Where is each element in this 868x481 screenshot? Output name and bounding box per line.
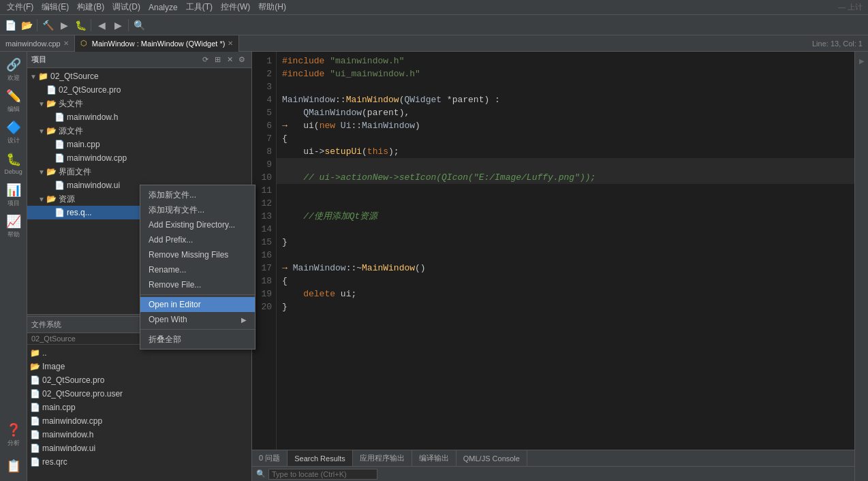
sources-icon: 📂	[46, 126, 57, 136]
project-icon: 📁	[38, 72, 48, 81]
sidebar-item-design-label: 设计	[7, 136, 20, 145]
fs-item-image[interactable]: 📂 Image	[27, 360, 251, 373]
panel-close-icon[interactable]: ✕	[224, 55, 235, 65]
tree-label-main-cpp: main.cpp	[67, 140, 100, 149]
bottom-tab-compile[interactable]: 编译输出	[412, 450, 456, 467]
bottom-tab-label-problems: 0 问题	[259, 453, 280, 463]
bottom-tab-search[interactable]: Search Results	[288, 450, 353, 467]
tab-close-mainwindow-cpp[interactable]: ✕	[63, 40, 69, 47]
tree-item-headers-folder[interactable]: ▼ 📂 头文件	[27, 97, 251, 110]
panel-sync-icon[interactable]: ⟳	[200, 55, 211, 65]
sidebar-item-output[interactable]: 📋	[1, 451, 26, 481]
menu-file[interactable]: 文件(F)	[3, 0, 37, 14]
ctx-remove-missing-files[interactable]: Remove Missing Files	[140, 247, 255, 262]
toolbar-new[interactable]: 📄	[3, 18, 18, 33]
toolbar-locator[interactable]: 🔍	[131, 18, 146, 33]
tree-item-mainwindow-cpp[interactable]: 📄 mainwindow.cpp	[27, 151, 251, 165]
editor-line-col: Line: 13, Col: 1	[807, 40, 868, 48]
search-input[interactable]	[268, 469, 377, 480]
tree-item-ui-folder[interactable]: ▼ 📂 界面文件	[27, 165, 251, 179]
pro-icon: 📄	[46, 85, 57, 95]
fs-item-main-cpp[interactable]: 📄 main.cpp	[27, 401, 251, 414]
panel-filter-icon[interactable]: ⊞	[212, 55, 223, 65]
menu-controls[interactable]: 控件(W)	[217, 0, 254, 14]
toolbar-open[interactable]: 📂	[19, 18, 34, 33]
tab-mainwindow-cpp[interactable]: mainwindow.cpp ✕	[0, 35, 75, 52]
fs-item-mainwindow-cpp[interactable]: 📄 mainwindow.cpp	[27, 414, 251, 428]
fs-item-mainwindow-h[interactable]: 📄 mainwindow.h	[27, 428, 251, 441]
tree-arrow-root: ▼	[30, 73, 38, 80]
ctx-open-with[interactable]: Open With ▶	[140, 312, 255, 327]
tree-item-root[interactable]: ▼ 📁 02_QtSource	[27, 69, 251, 83]
tab-label-mainwindow-cpp: mainwindow.cpp	[5, 40, 61, 48]
menu-analyze[interactable]: Analyze	[144, 1, 182, 14]
menu-debug[interactable]: 调试(D)	[108, 0, 144, 14]
panel-settings-icon[interactable]: ⚙	[236, 55, 247, 65]
ctx-collapse-all[interactable]: 折叠全部	[140, 332, 255, 347]
toolbar-debug-run[interactable]: 🐛	[73, 18, 88, 33]
panel-header-icons: ⟳ ⊞ ✕ ⚙	[200, 55, 247, 65]
tree-item-pro[interactable]: 📄 02_QtSource.pro	[27, 83, 251, 97]
projects-icon: 📊	[6, 183, 21, 198]
ctx-open-in-editor[interactable]: Open in Editor	[140, 297, 255, 312]
sidebar-item-projects[interactable]: 📊 项目	[1, 180, 26, 210]
fs-item-mainwindow-ui[interactable]: 📄 mainwindow.ui	[27, 441, 251, 455]
tree-arrow-headers: ▼	[38, 100, 46, 108]
ctx-remove-file[interactable]: Remove File...	[140, 277, 255, 292]
sidebar-item-edit-label: 编辑	[7, 105, 20, 114]
fs-item-res-qrc[interactable]: 📄 res.qrc	[27, 455, 251, 469]
ctx-label-remove-file: Remove File...	[149, 280, 201, 290]
ctx-add-existing-file[interactable]: 添加现有文件...	[140, 202, 255, 217]
tree-item-sources-folder[interactable]: ▼ 📂 源文件	[27, 124, 251, 138]
sidebar-item-welcome-label: 欢迎	[7, 74, 20, 82]
sidebar-icons: 🔗 欢迎 ✏️ 编辑 🔷 设计 🐛 Debug 📊 项目 📈 帮助 ❓ 分析	[0, 52, 27, 481]
tab-label-mainwindow-class: MainWindow : MainWindow (QWidget *)	[92, 40, 226, 48]
toolbar-run[interactable]: ▶	[57, 18, 72, 33]
tab-close-mainwindow-class[interactable]: ✕	[228, 40, 233, 47]
fs-pro-icon: 📄	[30, 375, 40, 385]
headers-icon: 📂	[46, 99, 57, 108]
sidebar-item-help[interactable]: ❓ 分析	[1, 420, 26, 450]
fs-mainwindow-h-icon: 📄	[30, 430, 40, 439]
fs-item-pro[interactable]: 📄 02_QtSource.pro	[27, 373, 251, 387]
tree-label-sources: 源文件	[59, 125, 83, 137]
sidebar-item-analyze[interactable]: 📈 帮助	[1, 211, 26, 241]
toolbar-back[interactable]: ◀	[94, 18, 109, 33]
ctx-add-existing-dir[interactable]: Add Existing Directory...	[140, 217, 255, 232]
fs-res-qrc-icon: 📄	[30, 457, 40, 467]
sidebar-item-design[interactable]: 🔷 设计	[1, 117, 26, 147]
tree-label-pro: 02_QtSource.pro	[59, 85, 121, 95]
ctx-rename[interactable]: Rename...	[140, 262, 255, 277]
tab-bar: mainwindow.cpp ✕ ⬡ MainWindow : MainWind…	[0, 35, 868, 52]
bottom-tab-qml[interactable]: QML/JS Console	[456, 450, 527, 467]
tree-item-main-cpp[interactable]: 📄 main.cpp	[27, 138, 251, 151]
menu-edit[interactable]: 编辑(E)	[37, 0, 73, 14]
bottom-tab-app-output[interactable]: 应用程序输出	[353, 450, 412, 467]
fs-item-prouser[interactable]: 📄 02_QtSource.pro.user	[27, 387, 251, 401]
fs-label-mainwindow-cpp: mainwindow.cpp	[42, 416, 102, 426]
menu-build[interactable]: 构建(B)	[73, 0, 108, 14]
fs-label-parent: ..	[42, 348, 47, 358]
code-content[interactable]: #include "mainwindow.h" #include "ui_mai…	[277, 52, 854, 450]
menu-help[interactable]: 帮助(H)	[254, 0, 290, 14]
tree-arrow-res: ▼	[38, 196, 46, 203]
sidebar-item-edit[interactable]: ✏️ 编辑	[1, 86, 26, 116]
fs-image-icon: 📂	[30, 362, 40, 371]
tree-item-mainwindow-h[interactable]: 📄 mainwindow.h	[27, 110, 251, 124]
ctx-add-prefix[interactable]: Add Prefix...	[140, 232, 255, 247]
toolbar-forward[interactable]: ▶	[110, 18, 125, 33]
toolbar-build[interactable]: 🔨	[40, 18, 55, 33]
bottom-tab-problems[interactable]: 0 问题	[252, 450, 288, 467]
bottom-tab-label-app-output: 应用程序输出	[360, 453, 405, 463]
tab-mainwindow-class[interactable]: ⬡ MainWindow : MainWindow (QWidget *) ✕	[75, 35, 240, 52]
filesystem-tree: 📁 .. 📂 Image 📄 02_QtSource.pro 📄 02_QtSo…	[27, 345, 251, 481]
menu-tools[interactable]: 工具(T)	[182, 0, 217, 14]
fs-label-mainwindow-h: mainwindow.h	[42, 430, 93, 439]
ctx-submenu-arrow: ▶	[241, 316, 247, 324]
right-icon-1[interactable]: ▶	[859, 57, 865, 65]
sidebar-item-debug[interactable]: 🐛 Debug	[1, 149, 26, 179]
code-view[interactable]: 1 2 3 4 5 6 7 8 9 10 11 12 13 14 15 16 1…	[252, 52, 854, 450]
sidebar-item-welcome[interactable]: 🔗 欢迎	[1, 55, 26, 84]
ctx-add-new-file[interactable]: 添加新文件...	[140, 187, 255, 202]
fs-mainwindow-cpp-icon: 📄	[30, 416, 40, 426]
